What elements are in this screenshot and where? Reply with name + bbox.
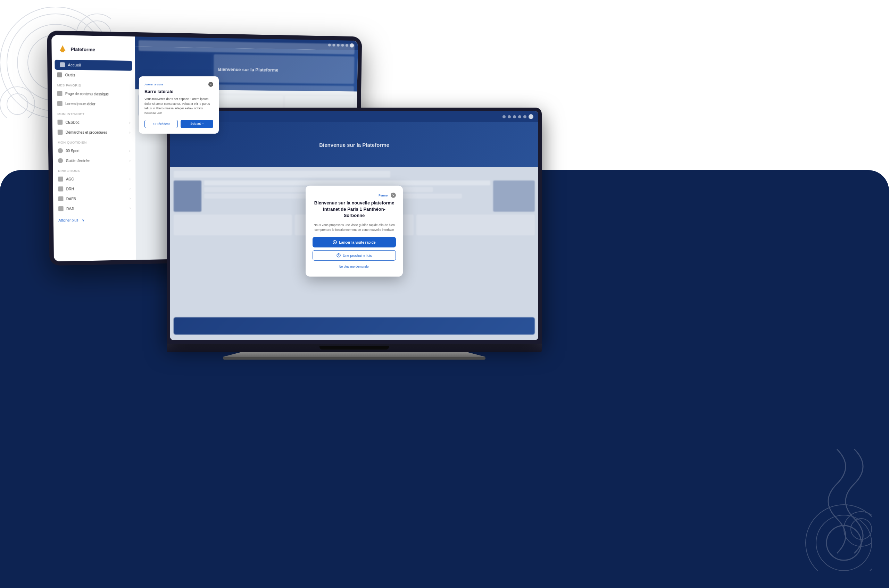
laptop-bottom-banner bbox=[174, 317, 535, 334]
laptop-stand-wrapper bbox=[167, 352, 542, 357]
modal-launch-button[interactable]: Lancer la visite rapide bbox=[312, 237, 396, 248]
clock-icon bbox=[336, 254, 341, 258]
svg-point-10 bbox=[806, 505, 872, 571]
chevron-right-icon-3: › bbox=[129, 148, 130, 152]
chevron-right-icon-5: › bbox=[129, 177, 131, 180]
modal-close-button[interactable]: ✕ bbox=[391, 193, 396, 198]
tablet-sidebar-header: Plateforme bbox=[51, 40, 135, 61]
tooltip-stop-label[interactable]: Arrêter la visite bbox=[144, 83, 163, 86]
tablet-nav-lorem-label: Lorem ipsum dolor bbox=[65, 102, 96, 106]
tablet-show-more[interactable]: Afficher plus ∨ bbox=[54, 213, 136, 225]
tooltip-prev-button[interactable]: < Précédent bbox=[144, 120, 178, 128]
laptop-topbar-dot-4 bbox=[518, 115, 521, 118]
modal-body: Nous vous proposons une visite guidée ra… bbox=[312, 222, 396, 232]
modal-never-button[interactable]: Ne plus me demander bbox=[312, 264, 396, 270]
laptop-topbar bbox=[170, 111, 538, 122]
daji-icon bbox=[59, 206, 63, 211]
section-mon-quotidien: Mon quotidien bbox=[53, 137, 135, 146]
tablet-tooltip-popup: Arrêter la visite ✕ Barre latérale Vous … bbox=[139, 76, 219, 134]
tablet-platform-title: Plateforme bbox=[71, 46, 95, 52]
tablet-nav-guide-label: Guide d'entrée bbox=[66, 159, 90, 162]
svg-marker-13 bbox=[60, 45, 66, 51]
tablet-nav-sport[interactable]: 00 Sport › bbox=[53, 146, 135, 156]
tablet-nav-dafb[interactable]: DAFB › bbox=[53, 194, 136, 204]
tablet-nav-demarches[interactable]: Démarches et procédures › bbox=[53, 127, 135, 137]
section-mon-intranet: Mon intranet bbox=[52, 109, 135, 118]
chevron-right-icon-7: › bbox=[129, 196, 131, 200]
chevron-right-icon-2: › bbox=[129, 130, 130, 134]
tooltip-body: Vous trouverez dans cet espace : lorem i… bbox=[144, 97, 213, 116]
laptop-welcome-modal: Fermer ✕ Bienvenue sur la nouvelle plate… bbox=[306, 186, 403, 277]
modal-later-button[interactable]: Une prochaine fois bbox=[312, 250, 396, 261]
home-icon bbox=[60, 62, 65, 68]
launch-icon bbox=[333, 240, 337, 244]
svg-marker-16 bbox=[335, 242, 336, 243]
page-icon bbox=[57, 91, 63, 96]
tablet-nav-demarches-label: Démarches et procédures bbox=[66, 130, 107, 134]
tablet-nav-sport-label: 00 Sport bbox=[66, 148, 80, 152]
tablet-nav-agc[interactable]: AGC › bbox=[53, 174, 135, 184]
deco-lines-bottomright bbox=[733, 432, 872, 571]
tooltip-close-button[interactable]: ✕ bbox=[208, 82, 213, 87]
tablet-nav-outils[interactable]: Outils bbox=[52, 70, 135, 81]
tablet-nav-guide[interactable]: Guide d'entrée › bbox=[53, 156, 135, 166]
tooltip-title: Barre latérale bbox=[144, 89, 213, 94]
tablet-nav-cesdoc[interactable]: CESDoc › bbox=[53, 117, 135, 128]
modal-fermer-label[interactable]: Fermer bbox=[378, 194, 389, 197]
guide-icon bbox=[58, 158, 63, 163]
chevron-right-icon-6: › bbox=[129, 186, 131, 190]
svg-line-19 bbox=[339, 255, 339, 256]
tablet-nav-dafb-label: DAFB bbox=[66, 197, 76, 201]
tablet-nav-page-classique[interactable]: Page de contenu classique bbox=[52, 88, 135, 99]
laptop-hero-banner: Bienvenue sur la Plateforme bbox=[170, 122, 538, 167]
laptop-hero-text-wrap: Bienvenue sur la Plateforme bbox=[319, 142, 389, 148]
agc-icon bbox=[58, 177, 63, 182]
laptop-topbar-dot-3 bbox=[513, 115, 516, 118]
sport-icon bbox=[58, 148, 63, 153]
laptop-screen: Bienvenue sur la Plateforme bbox=[170, 111, 538, 340]
laptop-foot-wrapper bbox=[167, 357, 542, 360]
tablet-nav-page-label: Page de contenu classique bbox=[65, 92, 109, 96]
tablet-nav-outils-label: Outils bbox=[65, 73, 75, 77]
tablet-nav-drh-label: DRH bbox=[66, 187, 74, 190]
modal-title: Bienvenue sur la nouvelle plateforme int… bbox=[312, 200, 396, 219]
laptop-foot bbox=[223, 357, 485, 360]
laptop-device: Bienvenue sur la Plateforme bbox=[167, 108, 542, 360]
section-mes-favoris: Mes favoris bbox=[52, 80, 135, 89]
laptop-topbar-dot-6 bbox=[529, 114, 533, 119]
tablet-nav-drh[interactable]: DRH › bbox=[53, 184, 136, 194]
tablet-nav-agc-label: AGC bbox=[66, 177, 74, 181]
tablet-nav-daji-label: DAJI bbox=[66, 207, 74, 210]
tablet-nav-accueil-label: Accueil bbox=[68, 63, 81, 68]
tooltip-next-button[interactable]: Suivant > bbox=[180, 120, 213, 128]
chevron-right-icon: › bbox=[129, 120, 130, 124]
chevron-right-icon-4: › bbox=[129, 159, 130, 162]
laptop-screen-wrapper: Bienvenue sur la Plateforme bbox=[167, 108, 542, 344]
chevron-down-icon: ∨ bbox=[82, 218, 84, 222]
tablet-nav-lorem[interactable]: Lorem ipsum dolor bbox=[52, 99, 135, 110]
laptop-topbar-dot-1 bbox=[503, 115, 506, 118]
drh-icon bbox=[58, 186, 63, 191]
laptop-modal-header: Fermer ✕ bbox=[312, 193, 396, 198]
laptop-main: Bienvenue sur la Plateforme bbox=[170, 122, 538, 340]
tools-icon bbox=[57, 72, 62, 77]
laptop-hero-text: Bienvenue sur la Plateforme bbox=[319, 142, 389, 148]
laptop-stand bbox=[167, 352, 542, 357]
tooltip-buttons: < Précédent Suivant > bbox=[144, 120, 213, 128]
laptop-body: Bienvenue sur la Plateforme bbox=[170, 122, 538, 340]
show-more-label: Afficher plus bbox=[59, 218, 78, 222]
demarches-icon bbox=[58, 130, 63, 135]
laptop-base bbox=[167, 344, 542, 352]
laptop-topbar-dot-2 bbox=[508, 115, 511, 118]
svg-rect-14 bbox=[61, 51, 64, 52]
chevron-right-icon-8: › bbox=[129, 206, 131, 210]
tablet-nav-cesdoc-label: CESDoc bbox=[66, 120, 80, 124]
laptop-topbar-dot-5 bbox=[523, 115, 526, 118]
cesdoc-icon bbox=[57, 120, 63, 124]
lorem-icon bbox=[57, 101, 63, 106]
tablet-sidebar: Plateforme Accueil Outils Mes favoris Pa… bbox=[51, 35, 136, 261]
plateforme-logo-icon bbox=[57, 44, 68, 54]
tablet-nav-daji[interactable]: DAJI › bbox=[53, 203, 135, 214]
svg-point-6 bbox=[7, 94, 28, 114]
tablet-nav-accueil[interactable]: Accueil bbox=[54, 60, 132, 71]
